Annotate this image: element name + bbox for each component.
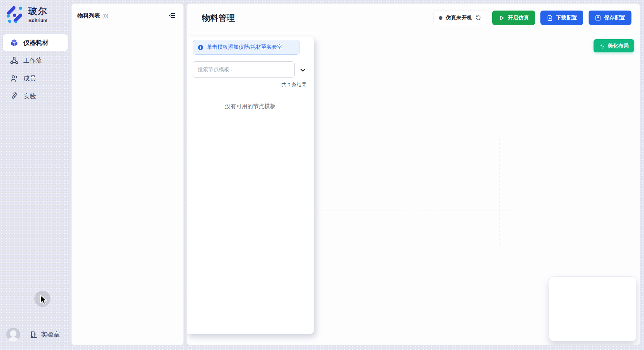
- expand-templates-button[interactable]: [298, 66, 307, 75]
- sidebar-footer: 实验室: [0, 328, 70, 341]
- sidebar-item-label: 工作流: [23, 56, 42, 65]
- page-title: 物料管理: [202, 13, 235, 23]
- info-banner-text: 单击模板添加仪器/耗材至实验室: [207, 44, 282, 51]
- user-avatar[interactable]: [6, 328, 20, 341]
- brand-text: 玻尔 Bohrium: [28, 5, 48, 23]
- refresh-icon[interactable]: [475, 15, 481, 21]
- canvas-grid-line: [312, 211, 513, 211]
- brand-logo[interactable]: 玻尔 Bohrium: [5, 5, 48, 24]
- canvas-grid-line: [499, 138, 499, 247]
- sidebar-item-instruments[interactable]: 仪器耗材: [3, 34, 68, 51]
- beautify-layout-label: 美化布局: [608, 43, 629, 49]
- main-header: 物料管理 仿真未开机 开启仿真: [187, 4, 640, 32]
- sidebar: 玻尔 Bohrium 仪器耗材 工作流: [0, 0, 70, 350]
- collapse-panel-button[interactable]: [167, 10, 177, 21]
- brand-name-en: Bohrium: [28, 18, 48, 23]
- save-icon: [595, 15, 601, 21]
- node-template-card: 单击模板添加仪器/耗材至实验室 共 0 条结果 没有可用的节点模板: [187, 37, 314, 334]
- status-dot-icon: [439, 16, 442, 20]
- sidebar-item-workflow[interactable]: 工作流: [3, 52, 68, 69]
- sidebar-item-label: 成员: [23, 74, 36, 83]
- building-icon: [29, 330, 38, 339]
- sidebar-item-label: 实验: [23, 92, 36, 101]
- indent-collapse-icon: [168, 12, 176, 19]
- cube-icon: [10, 39, 18, 47]
- status-label: 仿真未开机: [446, 15, 472, 21]
- mouse-cursor-icon: [39, 295, 48, 305]
- save-config-button[interactable]: 保存配置: [589, 11, 631, 25]
- lab-link[interactable]: 实验室: [29, 330, 60, 339]
- beautify-layout-button[interactable]: 美化布局: [594, 39, 634, 52]
- header-actions: 仿真未开机 开启仿真: [433, 11, 631, 25]
- info-banner: 单击模板添加仪器/耗材至实验室: [193, 40, 300, 55]
- sidebar-item-members[interactable]: 成员: [3, 70, 68, 87]
- start-simulation-button[interactable]: 开启仿真: [492, 11, 535, 25]
- download-file-icon: [547, 15, 553, 21]
- main-panel: 物料管理 仿真未开机 开启仿真: [186, 3, 640, 345]
- workflow-icon: [10, 56, 18, 65]
- simulation-status-pill[interactable]: 仿真未开机: [433, 11, 487, 25]
- app-root: 玻尔 Bohrium 仪器耗材 工作流: [0, 0, 644, 350]
- material-list-panel: 物料列表 (0): [71, 3, 184, 345]
- download-config-label: 下载配置: [556, 15, 577, 21]
- info-icon: [198, 44, 204, 50]
- bohrium-logo-icon: [5, 5, 23, 24]
- save-config-label: 保存配置: [604, 15, 625, 21]
- search-template-input[interactable]: [193, 61, 295, 78]
- brand-name-zh: 玻尔: [28, 5, 48, 17]
- result-count: 共 0 条结果: [281, 82, 306, 88]
- play-icon: [499, 15, 505, 21]
- material-list-header: 物料列表 (0): [72, 4, 183, 27]
- material-list-count: (0): [102, 13, 108, 18]
- lab-label: 实验室: [41, 330, 60, 339]
- sparkles-icon: [599, 43, 605, 49]
- start-simulation-label: 开启仿真: [508, 15, 529, 21]
- minimap-panel[interactable]: [549, 277, 636, 341]
- flow-canvas[interactable]: 美化布局 单击模板添加仪器/耗材至实验室: [187, 32, 640, 345]
- material-list-title: 物料列表: [78, 12, 100, 19]
- sidebar-item-experiments[interactable]: 实验: [3, 88, 68, 105]
- members-icon: [10, 74, 18, 83]
- empty-templates-text: 没有可用的节点模板: [187, 102, 314, 110]
- chevron-down-icon: [299, 67, 306, 74]
- experiment-icon: [10, 92, 18, 101]
- download-config-button[interactable]: 下载配置: [540, 11, 583, 25]
- sidebar-item-label: 仪器耗材: [23, 39, 48, 47]
- sidebar-nav: 仪器耗材 工作流 成员: [0, 34, 70, 105]
